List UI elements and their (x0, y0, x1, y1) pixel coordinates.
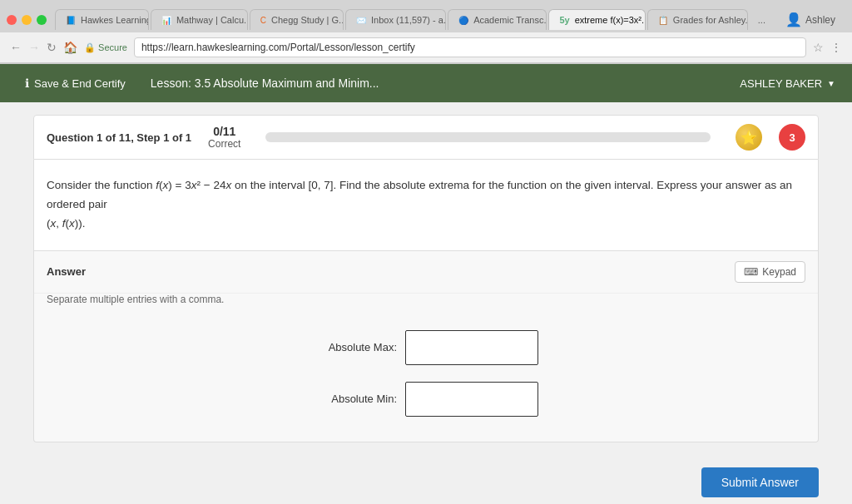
progress-bar (265, 132, 711, 142)
tab-grades-label: Grades for Ashley... (673, 15, 748, 25)
tab-hawkes-label: Hawkes Learning (81, 15, 149, 25)
refresh-button[interactable]: ↻ (47, 41, 57, 54)
back-button[interactable]: ← (10, 41, 22, 54)
keypad-button[interactable]: ⌨ Keypad (735, 261, 805, 283)
browser-chrome: 📘 Hawkes Learning ✕ 📊 Mathway | Calcu...… (0, 0, 852, 64)
score-box: 0/11 Correct (208, 125, 240, 150)
tab-grades[interactable]: 📋 Grades for Ashley... ✕ (647, 9, 748, 30)
main-content: Question 1 of 11, Step 1 of 1 0/11 Corre… (0, 102, 852, 455)
browser-user: 👤 Ashley (775, 7, 845, 32)
academic-favicon: 🔵 (458, 16, 468, 25)
question-text-line2: (x, f(x)). (47, 215, 805, 234)
question-label: Question 1 of 11, Step 1 of 1 (47, 131, 191, 144)
bookmark-icon[interactable]: ☆ (813, 41, 824, 54)
menu-icon[interactable]: ⋮ (830, 41, 842, 54)
tab-chegg-label: Chegg Study | G... (271, 15, 344, 25)
absolute-min-row: Absolute Min: (314, 382, 538, 417)
submit-area: Submit Answer (0, 455, 852, 504)
tab-hawkes[interactable]: 📘 Hawkes Learning ✕ (55, 9, 149, 30)
more-tabs[interactable]: ... (750, 10, 774, 30)
chegg-favicon: C (260, 16, 266, 25)
user-name: ASHLEY BAKER (740, 77, 822, 90)
traffic-lights (7, 15, 47, 25)
secure-label: Secure (98, 42, 127, 52)
maximize-window-button[interactable] (37, 15, 47, 25)
hearts-count: 3 (789, 131, 795, 144)
tab-mathway[interactable]: 📊 Mathway | Calcu... ✕ (151, 9, 248, 30)
absolute-max-label: Absolute Max: (314, 341, 397, 353)
coin-badge: ⭐ (736, 124, 762, 151)
separate-note: Separate multiple entries with a comma. (34, 294, 818, 314)
grades-favicon: 📋 (658, 16, 668, 25)
forward-button[interactable]: → (28, 41, 40, 54)
user-icon: 👤 (785, 12, 802, 27)
keypad-label: Keypad (762, 266, 796, 278)
hawkes-favicon: 📘 (66, 16, 76, 25)
absolute-min-input[interactable] (405, 382, 538, 417)
address-bar: ← → ↻ 🏠 🔒 Secure ☆ ⋮ (0, 32, 852, 63)
gmail-favicon: ✉️ (356, 16, 366, 25)
address-input[interactable] (134, 37, 806, 57)
submit-answer-button[interactable]: Submit Answer (701, 467, 819, 497)
app-header: ℹ Save & End Certify Lesson: 3.5 Absolut… (0, 64, 852, 102)
tab-extreme[interactable]: 5y extreme f(x)=3x²... ✕ (548, 9, 645, 30)
tab-mathway-label: Mathway | Calcu... (176, 15, 248, 25)
answer-header: Answer ⌨ Keypad (34, 251, 818, 294)
score-label: Correct (208, 138, 240, 150)
absolute-min-label: Absolute Min: (314, 393, 397, 405)
save-certify-label: Save & End Certify (34, 77, 126, 90)
question-header: Question 1 of 11, Step 1 of 1 0/11 Corre… (33, 115, 819, 160)
extreme-favicon: 5y (559, 15, 569, 25)
tab-gmail-label: Inbox (11,597) - a... (371, 15, 446, 25)
lesson-title: Lesson: 3.5 Absolute Maximum and Minim..… (151, 77, 379, 90)
chevron-down-icon: ▼ (827, 79, 835, 88)
separate-note-text: Separate multiple entries with a comma. (47, 294, 224, 305)
save-icon: ℹ (25, 77, 29, 90)
tab-chegg[interactable]: C Chegg Study | G... ✕ (250, 9, 344, 30)
mathway-favicon: 📊 (161, 16, 171, 25)
tab-gmail[interactable]: ✉️ Inbox (11,597) - a... ✕ (345, 9, 446, 30)
answer-label: Answer (47, 265, 86, 278)
question-text-line1: Consider the function f(x) = 3x² − 24x o… (47, 176, 805, 215)
function-notation: f (156, 179, 159, 191)
tab-academic-label: Academic Transc... (473, 15, 547, 25)
tab-extreme-label: extreme f(x)=3x²... (575, 15, 646, 25)
tab-academic[interactable]: 🔵 Academic Transc... ✕ (448, 9, 547, 30)
answer-section: Answer ⌨ Keypad Separate multiple entrie… (33, 251, 819, 442)
heart-badge: 3 (779, 124, 805, 151)
tab-bar: 📘 Hawkes Learning ✕ 📊 Mathway | Calcu...… (0, 0, 852, 32)
answer-inputs: Absolute Max: Absolute Min: (34, 314, 818, 442)
minimize-window-button[interactable] (22, 15, 32, 25)
absolute-max-input[interactable] (405, 330, 538, 365)
question-body: Consider the function f(x) = 3x² − 24x o… (33, 160, 819, 251)
save-certify-button[interactable]: ℹ Save & End Certify (17, 72, 134, 95)
home-button[interactable]: 🏠 (63, 41, 77, 54)
secure-badge: 🔒 Secure (84, 42, 127, 53)
keypad-icon: ⌨ (744, 266, 758, 278)
user-menu[interactable]: ASHLEY BAKER ▼ (740, 77, 835, 90)
score-current: 0/11 (208, 125, 240, 138)
close-window-button[interactable] (7, 15, 17, 25)
absolute-max-row: Absolute Max: (314, 330, 538, 365)
browser-user-label: Ashley (805, 14, 835, 26)
